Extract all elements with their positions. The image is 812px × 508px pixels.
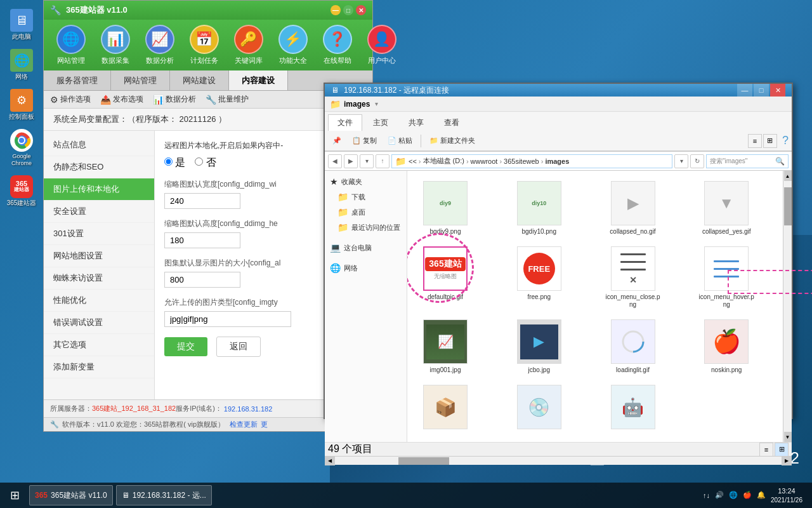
- maximize-button[interactable]: □: [343, 5, 353, 15]
- menu-301[interactable]: 301设置: [44, 223, 154, 245]
- menu-image-upload[interactable]: 图片上传和本地化: [44, 178, 154, 201]
- forward-nav-btn[interactable]: ▶: [344, 154, 358, 168]
- menu-seo[interactable]: 伪静态和SEO: [44, 156, 154, 178]
- back-nav-btn[interactable]: ◀: [328, 154, 342, 168]
- file-item-more2[interactable]: 💿: [508, 381, 571, 436]
- minimize-button[interactable]: —: [331, 5, 341, 15]
- file-item-bgdiy9[interactable]: diy9 bgdiy9.png: [414, 177, 477, 239]
- desktop-icon-network[interactable]: 🌐 网络: [3, 46, 41, 83]
- tab-website-mgmt[interactable]: 网站管理: [111, 70, 170, 90]
- ribbon-tab-home[interactable]: 主页: [363, 114, 398, 131]
- menu-site-info[interactable]: 站点信息: [44, 134, 154, 156]
- file-item-icon-menu-hover[interactable]: icon_menu_hover.png: [695, 243, 758, 312]
- h-scroll-thumb[interactable]: [398, 457, 449, 465]
- file-item-more3[interactable]: 🤖: [601, 381, 665, 436]
- radio-no-label[interactable]: 否: [195, 156, 216, 170]
- file-item-bgdiy10[interactable]: diy10 bgdiy10.png: [508, 177, 571, 239]
- file-item-collapsed-no[interactable]: ▶ collapsed_no.gif: [601, 177, 665, 239]
- allowed-types-input[interactable]: [164, 311, 291, 327]
- recent-nav-btn[interactable]: ▾: [360, 154, 374, 168]
- help-icon[interactable]: ?: [782, 134, 789, 147]
- tab-website-build[interactable]: 网站建设: [170, 70, 229, 90]
- toolbar-new-btn[interactable]: 📁 新建文件夹: [425, 133, 480, 149]
- album-size-input[interactable]: [164, 272, 240, 288]
- desktop-icon-chrome[interactable]: Google Chrome: [3, 126, 41, 170]
- scroll-down-btn[interactable]: ▼: [784, 432, 792, 442]
- action-data-analysis[interactable]: 📊 数据分析: [153, 94, 196, 105]
- menu-performance[interactable]: 性能优化: [44, 290, 154, 312]
- tile-view-btn[interactable]: ⊞: [775, 443, 789, 457]
- remote-close-button[interactable]: ✕: [770, 84, 785, 97]
- refresh-path-btn[interactable]: ▾: [674, 154, 688, 168]
- menu-debug[interactable]: 错误调试设置: [44, 312, 154, 334]
- nav-data-collect[interactable]: 📊 数据采集: [98, 25, 133, 65]
- menu-spider[interactable]: 蜘蛛来访设置: [44, 267, 154, 290]
- file-item-free[interactable]: FREE free.png: [508, 243, 571, 312]
- thumb-height-input[interactable]: [164, 232, 240, 248]
- nav-schedule[interactable]: 📅 计划任务: [187, 25, 221, 65]
- taskbar-main-app[interactable]: 365 365建站器 v11.0: [29, 485, 113, 505]
- sidebar-desktop[interactable]: 📁 桌面: [325, 204, 407, 220]
- sidebar-downloads[interactable]: 📁 下载: [325, 189, 407, 204]
- taskbar-remote-desktop[interactable]: 🖥 192.168.31.182 - 远...: [116, 485, 212, 505]
- up-nav-btn[interactable]: ↑: [376, 154, 390, 168]
- menu-sitemap[interactable]: 网站地图设置: [44, 245, 154, 267]
- sidebar-favorites[interactable]: ★ 收藏夹: [325, 174, 407, 189]
- close-button[interactable]: ✕: [356, 5, 366, 15]
- nav-website-mgmt[interactable]: 🌐 网站管理: [53, 25, 88, 65]
- view-list-btn[interactable]: ≡: [748, 134, 762, 148]
- file-item-defaultpic[interactable]: 365建站 无缩略图 defaultpic.gif: [414, 243, 477, 312]
- address-path[interactable]: 📁 << › 本地磁盘 (D:) › wwwroot › 365siteweb …: [391, 154, 672, 168]
- scroll-right-btn[interactable]: ▶: [782, 457, 792, 465]
- status-server-name[interactable]: 365建站_192_168_31_182: [92, 404, 176, 413]
- file-item-collapsed-yes[interactable]: ▼ collapsed_yes.gif: [695, 177, 758, 239]
- ribbon-tab-file[interactable]: 文件: [328, 114, 362, 131]
- check-update-link[interactable]: 检查更新: [230, 420, 258, 429]
- nav-data-analysis[interactable]: 📈 数据分析: [142, 25, 177, 65]
- file-item-img001[interactable]: 📈 img001.jpg: [414, 316, 477, 378]
- ribbon-tab-view[interactable]: 查看: [435, 114, 469, 131]
- nav-keyword[interactable]: 🔑 关键词库: [231, 25, 266, 65]
- scroll-track[interactable]: [784, 181, 792, 432]
- desktop-icon-control[interactable]: ⚙ 控制面板: [3, 86, 41, 123]
- action-batch-maintain[interactable]: 🔧 批量维护: [206, 94, 249, 105]
- sidebar-network[interactable]: 🌐 网络: [325, 260, 407, 276]
- h-scroll-track[interactable]: [335, 457, 782, 465]
- radio-no-input[interactable]: [195, 157, 203, 166]
- desktop-icon-365[interactable]: 365 建站器 365建站器: [3, 173, 41, 210]
- nav-online-help[interactable]: ❓ 在线帮助: [320, 25, 355, 65]
- tab-content-build[interactable]: 内容建设: [229, 70, 288, 90]
- toolbar-pin-btn[interactable]: 📌: [328, 133, 346, 149]
- menu-security[interactable]: 安全设置: [44, 201, 154, 223]
- sidebar-this-pc[interactable]: 💻 这台电脑: [325, 240, 407, 255]
- reload-btn[interactable]: ↻: [690, 154, 704, 168]
- file-item-noskin[interactable]: 🍎 noskin.png: [695, 316, 758, 378]
- desktop-icon-computer[interactable]: 🖥 此电脑: [3, 6, 41, 43]
- tab-server-mgmt[interactable]: 服务器管理: [44, 70, 111, 90]
- radio-yes-input[interactable]: [164, 157, 173, 166]
- scroll-up-btn[interactable]: ▲: [784, 171, 792, 181]
- action-operation[interactable]: ⚙ 操作选项: [50, 94, 91, 105]
- ribbon-tab-share[interactable]: 共享: [399, 114, 433, 131]
- radio-yes-label[interactable]: 是: [164, 156, 185, 170]
- status-ip-value[interactable]: 192.168.31.182: [224, 405, 272, 413]
- action-publish[interactable]: 📤 发布选项: [100, 94, 143, 105]
- thumb-width-input[interactable]: [164, 193, 240, 209]
- nav-user-center[interactable]: 👤 用户中心: [364, 25, 399, 65]
- menu-add-var[interactable]: 添加新变量: [44, 356, 154, 378]
- nav-functions[interactable]: ⚡ 功能大全: [275, 25, 310, 65]
- sidebar-recent[interactable]: 📁 最近访问的位置: [325, 220, 407, 235]
- file-item-more1[interactable]: 📦: [414, 381, 477, 436]
- vertical-scrollbar[interactable]: ▲ ▼: [783, 171, 792, 442]
- toolbar-paste-btn[interactable]: 📄 粘贴: [383, 133, 417, 149]
- scroll-left-btn[interactable]: ◀: [325, 457, 335, 465]
- back-button[interactable]: 返回: [216, 337, 261, 357]
- details-view-btn[interactable]: ≡: [759, 443, 773, 457]
- file-item-jcbo[interactable]: ▶ jcbo.jpg: [508, 316, 571, 378]
- remote-minimize-button[interactable]: —: [737, 84, 752, 97]
- view-grid-btn[interactable]: ⊞: [763, 134, 777, 148]
- submit-button[interactable]: 提交: [164, 337, 207, 356]
- file-item-loading[interactable]: loadinglit.gif: [601, 316, 665, 378]
- remote-restore-button[interactable]: □: [754, 84, 769, 97]
- scroll-thumb[interactable]: [784, 187, 792, 225]
